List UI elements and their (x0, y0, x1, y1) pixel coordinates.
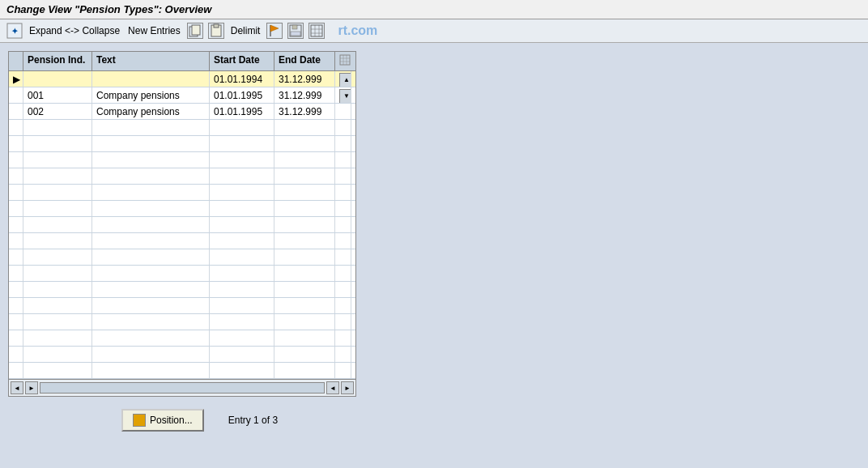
table-row (9, 185, 355, 201)
new-entries-label: New Entries (128, 25, 181, 36)
table-row (9, 347, 355, 363)
cell-select-1[interactable]: ▶ (9, 71, 23, 87)
table-row (9, 363, 355, 379)
cell-scroll-1: ▲ (335, 71, 351, 87)
svg-rect-11 (311, 25, 322, 36)
flag-icon[interactable] (266, 23, 283, 39)
main-content: Pension Ind. Text Start Date End Date ▶ (0, 43, 868, 452)
title-bar: Change View "Pension Types": Overview (0, 0, 868, 19)
cell-end-2: 31.12.999 (274, 87, 335, 103)
toolbar: ✦ Expand <-> Collapse New Entries Delimi… (0, 19, 868, 43)
expand-collapse-button[interactable]: Expand <-> Collapse (28, 24, 121, 37)
table-row (9, 136, 355, 152)
scroll-down-btn[interactable]: ▼ (339, 89, 351, 103)
svg-rect-5 (214, 24, 219, 28)
cell-select-3[interactable] (9, 104, 23, 119)
svg-marker-7 (270, 25, 279, 32)
cell-scroll-3 (335, 104, 351, 119)
expand-collapse-label: Expand <-> Collapse (29, 25, 120, 36)
cell-pension-1[interactable] (23, 71, 92, 87)
cell-pension-2: 001 (23, 87, 92, 103)
table-row (9, 330, 355, 347)
table-row (9, 152, 355, 168)
svg-rect-3 (192, 25, 200, 35)
entry-info: Entry 1 of 3 (228, 415, 278, 426)
table-row[interactable]: 001 Company pensions 01.01.1995 31.12.99… (9, 87, 355, 104)
sap-system-icon[interactable]: ✦ (6, 23, 23, 39)
svg-rect-16 (340, 55, 350, 65)
svg-text:✦: ✦ (11, 27, 19, 36)
position-button[interactable]: Position... (121, 409, 204, 432)
cell-text-2: Company pensions (92, 87, 210, 103)
header-pension-ind: Pension Ind. (23, 52, 92, 70)
header-select (9, 52, 23, 70)
new-entries-button[interactable]: New Entries (126, 24, 182, 37)
table-header: Pension Ind. Text Start Date End Date (9, 52, 355, 71)
header-start-date: Start Date (210, 52, 274, 70)
nav-scroll-left-btn[interactable]: ◄ (326, 381, 339, 394)
footer-area: Position... Entry 1 of 3 (8, 397, 860, 444)
table-row (9, 168, 355, 185)
table-row (9, 233, 355, 249)
table-row (9, 314, 355, 330)
cell-pension-3: 002 (23, 104, 92, 119)
table-row (9, 120, 355, 136)
cell-scroll-2: ▼ (335, 87, 351, 103)
cell-end-3: 31.12.999 (274, 104, 335, 119)
table-navigation: ◄ ► ◄ ► (9, 379, 355, 396)
cell-start-2: 01.01.1995 (210, 87, 274, 103)
header-text: Text (92, 52, 210, 70)
cell-select-2[interactable] (9, 87, 23, 103)
header-end-date: End Date (274, 52, 335, 70)
page-title: Change View "Pension Types": Overview (6, 3, 211, 15)
table-row[interactable]: ▶ 01.01.1994 31.12.999 ▲ (9, 71, 355, 87)
grid-icon[interactable] (308, 23, 325, 39)
scroll-up-btn[interactable]: ▲ (339, 73, 351, 87)
delimit-button[interactable]: Delimit (229, 24, 262, 37)
copy-icon[interactable] (187, 23, 203, 39)
table-row[interactable]: 002 Company pensions 01.01.1995 31.12.99… (9, 104, 355, 120)
cell-text-3: Company pensions (92, 104, 210, 119)
table-row (9, 282, 355, 298)
watermark: rt.com (338, 23, 377, 38)
table-row (9, 249, 355, 266)
position-button-label: Position... (150, 415, 193, 426)
header-scroll-icon[interactable] (335, 52, 351, 70)
table-body: ▶ 01.01.1994 31.12.999 ▲ 001 Company pen… (9, 71, 355, 379)
delimit-label: Delimit (231, 25, 261, 36)
paste-icon[interactable] (208, 23, 224, 39)
cell-text-1[interactable] (92, 71, 210, 87)
svg-rect-9 (292, 25, 297, 29)
data-table: Pension Ind. Text Start Date End Date ▶ (8, 51, 356, 397)
table-row (9, 266, 355, 282)
table-row (9, 298, 355, 314)
cell-start-3: 01.01.1995 (210, 104, 274, 119)
cell-end-1: 31.12.999 (274, 71, 335, 87)
nav-left-btn[interactable]: ◄ (11, 381, 23, 394)
pension-input-1[interactable] (28, 74, 87, 86)
svg-rect-10 (291, 32, 300, 36)
nav-scroll-right-btn[interactable]: ► (341, 381, 354, 394)
table-row (9, 217, 355, 233)
nav-right-btn[interactable]: ► (25, 381, 38, 394)
table-row (9, 201, 355, 217)
cell-start-1: 01.01.1994 (210, 71, 274, 87)
position-icon (133, 414, 146, 427)
horizontal-scrollbar[interactable] (40, 382, 325, 394)
save-icon[interactable] (287, 23, 304, 39)
